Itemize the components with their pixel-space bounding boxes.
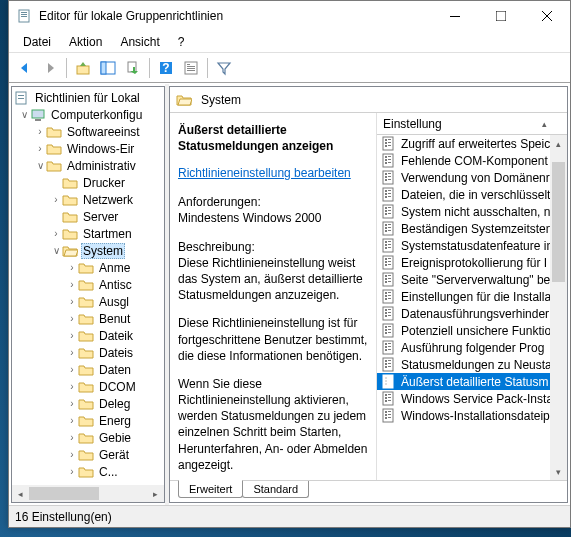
vertical-scrollbar[interactable]: ▴ ▾ bbox=[550, 135, 567, 480]
expand-icon[interactable]: › bbox=[50, 228, 62, 239]
forward-button[interactable] bbox=[38, 56, 62, 80]
tree-root[interactable]: Richtlinien für Lokal bbox=[12, 89, 164, 106]
expand-icon[interactable]: › bbox=[66, 279, 78, 290]
list-item[interactable]: Statusmeldungen zu Neusta bbox=[377, 356, 567, 373]
tree-network[interactable]: › Netzwerk bbox=[12, 191, 164, 208]
expand-icon[interactable]: › bbox=[66, 449, 78, 460]
list-item[interactable]: Verwendung von Domänenr bbox=[377, 169, 567, 186]
svg-rect-112 bbox=[388, 349, 391, 350]
svg-rect-40 bbox=[388, 176, 391, 177]
list-item[interactable]: Ereignisprotokollierung für I bbox=[377, 254, 567, 271]
list-item[interactable]: Windows-Installationsdateip bbox=[377, 407, 567, 424]
list-item[interactable]: Dateien, die in verschlüsselt bbox=[377, 186, 567, 203]
scroll-down-button[interactable]: ▾ bbox=[550, 463, 567, 480]
scroll-right-button[interactable]: ▸ bbox=[147, 485, 164, 502]
scroll-left-button[interactable]: ◂ bbox=[12, 485, 29, 502]
list-item[interactable]: Systemstatusdatenfeature in bbox=[377, 237, 567, 254]
expand-icon[interactable]: › bbox=[66, 296, 78, 307]
tree-item[interactable]: ›Energ bbox=[12, 412, 164, 429]
expand-icon[interactable]: › bbox=[66, 262, 78, 273]
edit-policy-link[interactable]: Richtlinieneinstellung bearbeiten bbox=[178, 166, 368, 180]
expand-icon[interactable]: › bbox=[66, 398, 78, 409]
svg-rect-59 bbox=[388, 224, 391, 225]
tree-label: Dateik bbox=[97, 329, 135, 343]
back-button[interactable] bbox=[13, 56, 37, 80]
expand-icon[interactable]: › bbox=[66, 364, 78, 375]
tree-computer-config[interactable]: ∨ Computerkonfigu bbox=[12, 106, 164, 123]
help-button[interactable]: ? bbox=[154, 56, 178, 80]
tree-item[interactable]: ›Daten bbox=[12, 361, 164, 378]
tree-software[interactable]: › Softwareeinst bbox=[12, 123, 164, 140]
list-item[interactable]: Seite "Serververwaltung" be bbox=[377, 271, 567, 288]
expand-icon[interactable]: › bbox=[50, 194, 62, 205]
menubar: Datei Aktion Ansicht ? bbox=[9, 31, 570, 53]
minimize-button[interactable] bbox=[432, 1, 478, 31]
menu-action[interactable]: Aktion bbox=[61, 33, 110, 51]
tree-item[interactable]: ›Gebie bbox=[12, 429, 164, 446]
tab-extended[interactable]: Erweitert bbox=[178, 480, 243, 498]
menu-file[interactable]: Datei bbox=[15, 33, 59, 51]
scroll-thumb[interactable] bbox=[29, 487, 99, 500]
horizontal-scrollbar[interactable]: ◂ ▸ bbox=[12, 485, 164, 502]
tree-item[interactable]: ›Gerät bbox=[12, 446, 164, 463]
maximize-button[interactable] bbox=[478, 1, 524, 31]
scroll-thumb[interactable] bbox=[552, 162, 565, 282]
tree-item[interactable]: ›Ausgl bbox=[12, 293, 164, 310]
tree-admin[interactable]: ∨ Administrativ bbox=[12, 157, 164, 174]
up-button[interactable] bbox=[71, 56, 95, 80]
tree-server[interactable]: Server bbox=[12, 208, 164, 225]
svg-rect-29 bbox=[383, 154, 393, 167]
policy-setting-icon bbox=[381, 323, 397, 339]
list-item[interactable]: Ausführung folgender Prog bbox=[377, 339, 567, 356]
expand-icon[interactable]: › bbox=[66, 466, 78, 477]
tree-windows[interactable]: › Windows-Eir bbox=[12, 140, 164, 157]
tree-item[interactable]: ›Benut bbox=[12, 310, 164, 327]
list-item[interactable]: Datenausführungsverhinder bbox=[377, 305, 567, 322]
list-item[interactable]: Beständigen Systemzeitsten bbox=[377, 220, 567, 237]
menu-help[interactable]: ? bbox=[170, 33, 193, 51]
tree-item[interactable]: ›Dateis bbox=[12, 344, 164, 361]
collapse-icon[interactable]: ∨ bbox=[18, 109, 30, 120]
list-item[interactable]: Windows Service Pack-Insta bbox=[377, 390, 567, 407]
tree-system[interactable]: ∨ System bbox=[12, 242, 164, 259]
collapse-icon[interactable]: ∨ bbox=[50, 245, 62, 256]
tree-item[interactable]: ›Dateik bbox=[12, 327, 164, 344]
list-item-label: Dateien, die in verschlüsselt bbox=[401, 188, 550, 202]
folder-icon bbox=[78, 464, 94, 480]
tree-item[interactable]: ›Antisc bbox=[12, 276, 164, 293]
list-column-header[interactable]: Einstellung ▴ bbox=[377, 113, 567, 135]
tree-item[interactable]: ›Deleg bbox=[12, 395, 164, 412]
expand-icon[interactable]: › bbox=[66, 432, 78, 443]
tree-item[interactable]: ›C... bbox=[12, 463, 164, 480]
svg-rect-111 bbox=[385, 349, 387, 351]
menu-view[interactable]: Ansicht bbox=[112, 33, 167, 51]
show-hide-tree-button[interactable] bbox=[96, 56, 120, 80]
tree-startmenu[interactable]: › Startmen bbox=[12, 225, 164, 242]
filter-button[interactable] bbox=[212, 56, 236, 80]
expand-icon[interactable]: › bbox=[34, 143, 46, 154]
list-item[interactable]: Potenziell unsichere Funktio bbox=[377, 322, 567, 339]
export-button[interactable] bbox=[121, 56, 145, 80]
list-item[interactable]: Zugriff auf erweitertes Speic bbox=[377, 135, 567, 152]
scroll-up-button[interactable]: ▴ bbox=[550, 135, 567, 152]
svg-rect-124 bbox=[388, 380, 391, 381]
expand-icon[interactable]: › bbox=[66, 415, 78, 426]
collapse-icon[interactable]: ∨ bbox=[34, 160, 46, 171]
properties-button[interactable] bbox=[179, 56, 203, 80]
expand-icon[interactable]: › bbox=[66, 347, 78, 358]
list-item[interactable]: System nicht ausschalten, n bbox=[377, 203, 567, 220]
list-item[interactable]: Äußerst detaillierte Statusm bbox=[377, 373, 567, 390]
scroll-track[interactable] bbox=[550, 152, 567, 463]
tab-standard[interactable]: Standard bbox=[242, 481, 309, 498]
expand-icon[interactable]: › bbox=[66, 330, 78, 341]
scroll-track[interactable] bbox=[29, 485, 147, 502]
tree-item[interactable]: ›Anme bbox=[12, 259, 164, 276]
expand-icon[interactable]: › bbox=[66, 313, 78, 324]
close-button[interactable] bbox=[524, 1, 570, 31]
expand-icon[interactable]: › bbox=[66, 381, 78, 392]
tree-printer[interactable]: Drucker bbox=[12, 174, 164, 191]
list-item[interactable]: Fehlende COM-Komponent bbox=[377, 152, 567, 169]
list-item[interactable]: Einstellungen für die Installa bbox=[377, 288, 567, 305]
expand-icon[interactable]: › bbox=[34, 126, 46, 137]
tree-item[interactable]: ›DCOM bbox=[12, 378, 164, 395]
